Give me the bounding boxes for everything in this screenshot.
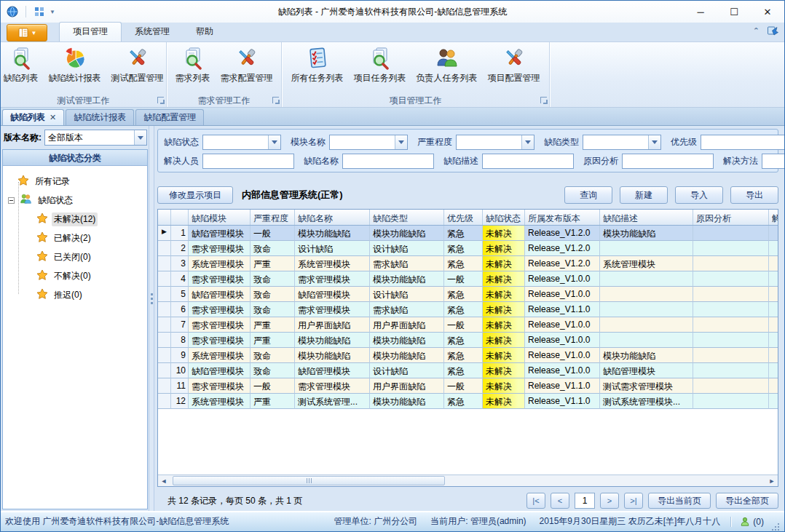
filter-defect-status-combo[interactable] — [202, 135, 281, 150]
row-selector-cell[interactable] — [158, 302, 171, 317]
grid-cell[interactable] — [769, 333, 778, 348]
filter-defect-name-input[interactable] — [342, 154, 434, 169]
tree-item-resolved[interactable]: 已解决(2) — [7, 229, 146, 247]
grid-cell[interactable] — [769, 348, 778, 363]
row-selector-cell[interactable]: ▶ — [158, 226, 171, 241]
grid-cell[interactable]: 严重 — [251, 333, 295, 348]
grid-cell[interactable] — [693, 226, 769, 241]
grid-cell[interactable] — [693, 241, 769, 256]
column-header-9[interactable]: 原因分析 — [693, 210, 769, 225]
grid-cell[interactable]: Release_V1.0.0 — [525, 333, 600, 348]
ribbon-button-project-tasks-list[interactable]: 项目任务列表 — [350, 44, 411, 87]
ribbon-button-requirement-config-mgmt[interactable]: 需求配置管理 — [216, 44, 277, 87]
grid-cell[interactable]: 需求管理模块 — [189, 378, 251, 394]
grid-cell[interactable]: Release_V1.0.0 — [525, 271, 600, 287]
close-tab-icon[interactable]: ✕ — [50, 113, 56, 122]
resize-grip-icon[interactable] — [771, 523, 780, 531]
last-page-button[interactable]: >| — [624, 493, 643, 509]
filter-defect-desc-input[interactable] — [482, 154, 574, 169]
message-indicator[interactable]: (0) — [740, 517, 764, 527]
grid-cell[interactable]: 系统管理模块 — [189, 394, 251, 409]
ribbon-button-defect-list[interactable]: 缺陷列表 — [0, 44, 43, 87]
tree-item-unresolved[interactable]: 未解决(12) — [7, 210, 146, 229]
scrollbar-thumb[interactable] — [173, 476, 445, 485]
table-row[interactable]: 3系统管理模块严重系统管理模块需求缺陷紧急未解决Release_V1.2.0系统… — [158, 256, 778, 271]
query-button[interactable]: 查询 — [564, 186, 612, 204]
grid-cell[interactable]: 模块功能缺陷 — [600, 348, 693, 363]
grid-cell[interactable]: 严重 — [251, 256, 295, 271]
grid-cell[interactable]: Release_V1.2.0 — [525, 241, 600, 256]
grid-cell[interactable]: 模块功能缺陷 — [370, 394, 444, 409]
grid-cell[interactable]: 未解决 — [483, 256, 525, 271]
table-row[interactable]: 2需求管理模块致命设计缺陷设计缺陷紧急未解决Release_V1.2.0 — [158, 241, 778, 256]
new-button[interactable]: 新建 — [620, 186, 668, 204]
column-header-selector[interactable] — [158, 210, 171, 225]
grid-cell[interactable]: 紧急 — [444, 226, 483, 241]
column-header-5[interactable]: 优先级 — [444, 210, 483, 225]
grid-cell[interactable] — [693, 271, 769, 287]
grid-cell[interactable]: 一般 — [444, 378, 483, 394]
grid-cell[interactable]: 需求管理模块 — [295, 302, 370, 317]
row-selector-cell[interactable] — [158, 378, 171, 394]
grid-cell[interactable] — [769, 363, 778, 378]
grid-cell[interactable]: 致命 — [251, 348, 295, 363]
grid-cell[interactable]: 需求管理模块 — [189, 241, 251, 256]
grid-cell[interactable]: 缺陷管理模块 — [189, 287, 251, 302]
row-selector-cell[interactable] — [158, 317, 171, 333]
column-header-6[interactable]: 缺陷状态 — [483, 210, 525, 225]
next-page-button[interactable]: > — [600, 493, 619, 509]
tab-project-management[interactable]: 项目管理 — [59, 22, 122, 41]
grid-cell[interactable]: Release_V1.2.0 — [525, 256, 600, 271]
grid-cell[interactable]: 用户界面缺陷 — [370, 317, 444, 333]
ribbon-button-owner-tasks-list[interactable]: 负责人任务列表 — [412, 44, 482, 87]
grid-cell[interactable]: 一般 — [444, 317, 483, 333]
tree-item-defect-status-group[interactable]: 缺陷状态 — [7, 191, 146, 210]
column-header-4[interactable]: 缺陷类型 — [370, 210, 444, 225]
doc-tab-defect-stats-report[interactable]: 缺陷统计报表 — [66, 109, 134, 125]
grid-cell[interactable]: 设计缺陷 — [370, 287, 444, 302]
filter-defect-type-combo[interactable] — [583, 135, 661, 150]
grid-cell[interactable]: 一般 — [251, 378, 295, 394]
grid-cell[interactable]: 未解决 — [483, 271, 525, 287]
row-selector-cell[interactable] — [158, 241, 171, 256]
grid-cell[interactable] — [769, 302, 778, 317]
grid-cell[interactable]: Release_V1.0.0 — [525, 287, 600, 302]
row-selector-cell[interactable] — [158, 287, 171, 302]
column-header-8[interactable]: 缺陷描述 — [600, 210, 693, 225]
scroll-right-icon[interactable]: ► — [766, 476, 778, 486]
grid-cell[interactable] — [693, 348, 769, 363]
grid-cell[interactable]: Release_V1.2.0 — [525, 226, 600, 241]
grid-cell[interactable]: 未解决 — [483, 348, 525, 363]
grid-cell[interactable]: Release_V1.0.0 — [525, 348, 600, 363]
grid-cell[interactable]: 模块功能缺陷 — [600, 226, 693, 241]
collapse-minus-icon[interactable] — [8, 197, 15, 204]
table-row[interactable]: 12系统管理模块严重测试系统管理...模块功能缺陷紧急未解决Release_V1… — [158, 394, 778, 409]
grid-cell[interactable] — [693, 287, 769, 302]
grid-cell[interactable]: 未解决 — [483, 302, 525, 317]
grid-cell[interactable]: 紧急 — [444, 363, 483, 378]
grid-cell[interactable]: 未解决 — [483, 241, 525, 256]
grid-cell[interactable] — [600, 241, 693, 256]
row-selector-cell[interactable] — [158, 363, 171, 378]
table-row[interactable]: 10缺陷管理模块致命缺陷管理模块设计缺陷紧急未解决Release_V1.0.0缺… — [158, 363, 778, 378]
row-selector-cell[interactable] — [158, 394, 171, 409]
grid-cell[interactable] — [693, 302, 769, 317]
grid-cell[interactable] — [600, 302, 693, 317]
grid-cell[interactable] — [769, 226, 778, 241]
grid-cell[interactable]: 设计缺陷 — [370, 241, 444, 256]
grid-cell[interactable]: 需求管理模块 — [189, 333, 251, 348]
grid-cell[interactable]: 系统管理模块 — [295, 256, 370, 271]
grid-cell[interactable]: 系统管理模块 — [600, 256, 693, 271]
grid-cell[interactable]: 设计缺陷 — [370, 363, 444, 378]
modify-display-items-button[interactable]: 修改显示项目 — [157, 186, 233, 204]
ribbon-button-defect-stats-report[interactable]: 缺陷统计报表 — [44, 44, 106, 87]
ribbon-button-project-config-mgmt[interactable]: 项目配置管理 — [484, 44, 545, 87]
grid-cell[interactable]: 需求管理模块 — [189, 317, 251, 333]
row-selector-cell[interactable] — [158, 348, 171, 363]
tab-help[interactable]: 帮助 — [183, 23, 226, 41]
skin-style-icon[interactable] — [767, 25, 778, 36]
filter-solution-input[interactable] — [762, 154, 785, 169]
grid-cell[interactable]: 紧急 — [444, 287, 483, 302]
table-row[interactable]: 6需求管理模块致命需求管理模块需求缺陷紧急未解决Release_V1.1.0 — [158, 302, 778, 317]
grid-cell[interactable] — [693, 317, 769, 333]
